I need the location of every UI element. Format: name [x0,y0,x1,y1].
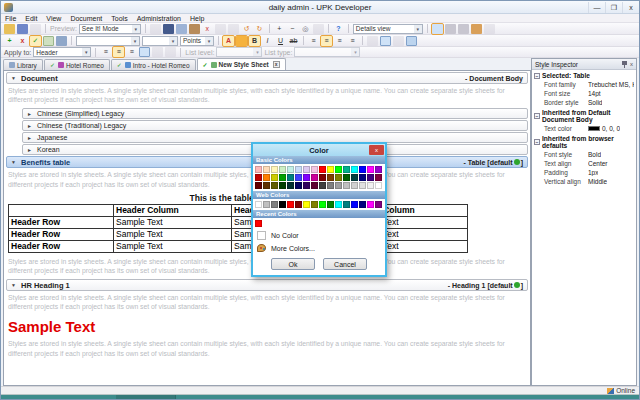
new-style-icon[interactable] [43,36,54,46]
ok-button[interactable]: Ok [271,258,315,270]
expand-triangle-icon[interactable]: ► [27,147,37,153]
color-swatch[interactable] [279,201,286,208]
color-swatch[interactable] [311,174,318,181]
apply-to-combo[interactable]: Header▾ [33,47,91,57]
color-swatch[interactable] [335,166,342,173]
list-type-combo[interactable]: ▾ [294,47,360,57]
table-properties-icon[interactable] [393,36,404,46]
list-level-combo[interactable]: ▾ [216,47,262,57]
close-panel-icon[interactable]: x [630,61,633,68]
color-swatch[interactable] [375,174,382,181]
color-swatch[interactable] [279,166,286,173]
expand-triangle-icon[interactable]: ► [27,111,37,117]
apply-style-check-icon[interactable]: ✓ [30,36,41,46]
collapse-box-icon[interactable]: − [534,113,540,119]
color-swatch[interactable] [327,182,334,189]
align-right-icon[interactable]: ≡ [334,36,345,46]
color-swatch[interactable] [295,201,302,208]
color-swatch[interactable] [287,201,294,208]
cancel-button[interactable]: Cancel [323,258,367,270]
redo-icon[interactable]: ↻ [254,24,265,34]
bold-icon[interactable]: B [249,36,260,46]
split-cells-icon[interactable] [165,47,176,57]
color-swatch[interactable] [335,182,342,189]
taskbar-item[interactable] [116,395,176,399]
font-family-combo[interactable]: ▾ [76,36,140,46]
color-swatch[interactable] [343,182,350,189]
color-swatch[interactable] [367,182,374,189]
italic-icon[interactable]: I [262,36,273,46]
header-cell[interactable]: Header Column [114,204,232,216]
more-colors-option[interactable]: More Colors... [253,242,385,254]
maximize-button[interactable]: ❐ [605,2,622,13]
split-vertical-icon[interactable] [432,24,443,34]
table-cell[interactable]: Sample Text [114,240,232,252]
color-swatch[interactable] [311,201,318,208]
color-swatch[interactable] [255,166,262,173]
color-swatch[interactable] [263,174,270,181]
history-icon[interactable] [228,24,239,34]
color-swatch[interactable] [367,174,374,181]
color-swatch[interactable] [263,182,270,189]
color-swatch[interactable] [343,166,350,173]
rename-icon[interactable] [215,24,226,34]
color-swatch[interactable] [359,182,366,189]
open-icon[interactable] [4,24,15,34]
row-header-cell[interactable]: Header Row [9,240,114,252]
color-swatch[interactable] [303,182,310,189]
color-swatch[interactable] [255,182,262,189]
no-color-option[interactable]: No Color [253,229,385,242]
tab-library[interactable]: Library [3,59,43,70]
color-swatch[interactable] [311,182,318,189]
color-swatch[interactable] [319,174,326,181]
color-swatch[interactable] [319,182,326,189]
dialog-close-icon[interactable]: x [369,145,384,155]
color-swatch[interactable] [327,166,334,173]
expand-all-icon[interactable]: + [274,24,285,34]
undo-icon[interactable]: ↺ [241,24,252,34]
color-swatch[interactable] [295,174,302,181]
bullet-list-icon[interactable] [367,36,378,46]
align-left-icon[interactable]: ≡ [308,36,319,46]
units-combo[interactable]: Points▾ [180,36,214,46]
color-swatch[interactable] [287,174,294,181]
color-swatch[interactable] [263,166,270,173]
pin-icon[interactable] [622,61,627,68]
tab-new-style-sheet[interactable]: ✓ New Style Sheet x [197,58,286,70]
link-style-icon[interactable] [56,36,67,46]
properties-icon[interactable] [150,24,161,34]
color-swatch[interactable] [359,174,366,181]
add-style-icon[interactable]: + [4,36,15,46]
save-icon[interactable] [17,24,28,34]
help-icon[interactable]: ? [333,24,344,34]
highlight-color-icon[interactable] [236,36,247,46]
color-swatch[interactable] [351,174,358,181]
table-cell[interactable]: Sample Text [114,228,232,240]
menu-help[interactable]: Help [190,15,204,22]
split-horizontal-icon[interactable] [445,24,456,34]
color-swatch[interactable] [351,201,358,208]
menu-edit[interactable]: Edit [25,15,37,22]
color-swatch[interactable] [351,166,358,173]
color-swatch[interactable] [295,182,302,189]
row-header-cell[interactable]: Header Row [9,216,114,228]
collapse-box-icon[interactable]: − [534,139,540,145]
table-grid-icon[interactable] [139,47,150,57]
replace-icon[interactable] [313,24,324,34]
color-dialog-titlebar[interactable]: Color x [253,144,385,156]
refresh-icon[interactable] [484,24,495,34]
color-swatch[interactable] [375,166,382,173]
color-swatch[interactable] [263,201,270,208]
menu-file[interactable]: File [5,15,16,22]
color-swatch[interactable] [367,201,374,208]
inspector-group-inherited-browser[interactable]: − Inherited from browser defaults [532,133,636,150]
color-swatch[interactable] [279,174,286,181]
print-icon[interactable] [30,24,41,34]
font-color-icon[interactable]: A [223,36,234,46]
color-swatch[interactable] [287,166,294,173]
color-swatch[interactable] [319,201,326,208]
cut-icon[interactable] [163,24,174,34]
new-window-icon[interactable] [471,24,482,34]
delete-icon[interactable]: x [202,24,213,34]
tab-hotel-romeo[interactable]: ✓ Hotel Romeo [44,59,110,70]
